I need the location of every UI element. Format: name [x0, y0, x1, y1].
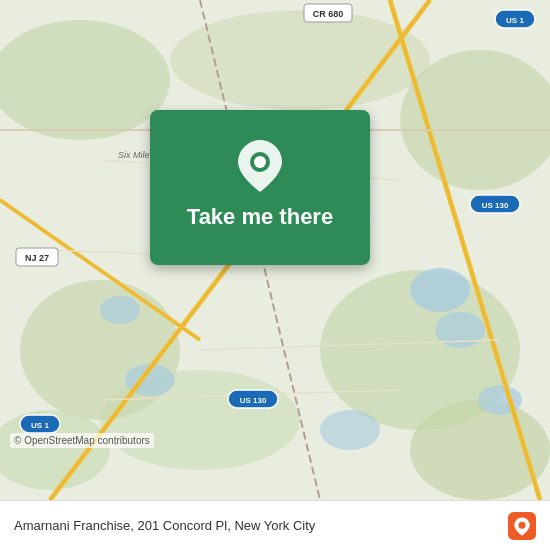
copyright-notice: © OpenStreetMap contributors	[10, 433, 154, 448]
svg-text:CR 680: CR 680	[313, 9, 344, 19]
svg-point-45	[519, 521, 526, 528]
moovit-logo	[508, 512, 536, 540]
svg-point-9	[410, 268, 470, 312]
svg-point-13	[320, 410, 380, 450]
svg-text:US 130: US 130	[240, 396, 267, 405]
svg-point-11	[100, 296, 140, 324]
location-pin-icon	[234, 140, 286, 192]
moovit-icon	[508, 512, 536, 540]
svg-point-43	[254, 156, 266, 168]
svg-point-7	[410, 400, 550, 500]
svg-point-2	[170, 10, 430, 110]
svg-text:US 1: US 1	[31, 421, 49, 430]
svg-text:US 130: US 130	[482, 201, 509, 210]
svg-text:US 1: US 1	[506, 16, 524, 25]
svg-text:NJ 27: NJ 27	[25, 253, 49, 263]
take-me-there-button[interactable]: Take me there	[177, 200, 343, 234]
address-label: Amarnani Franchise, 201 Concord Pl, New …	[14, 518, 508, 533]
action-card: Take me there	[150, 110, 370, 265]
bottom-bar: Amarnani Franchise, 201 Concord Pl, New …	[0, 500, 550, 550]
map-container: CR 680 US 1 US 1 US 1 NJ 27 US 130 US 13…	[0, 0, 550, 500]
